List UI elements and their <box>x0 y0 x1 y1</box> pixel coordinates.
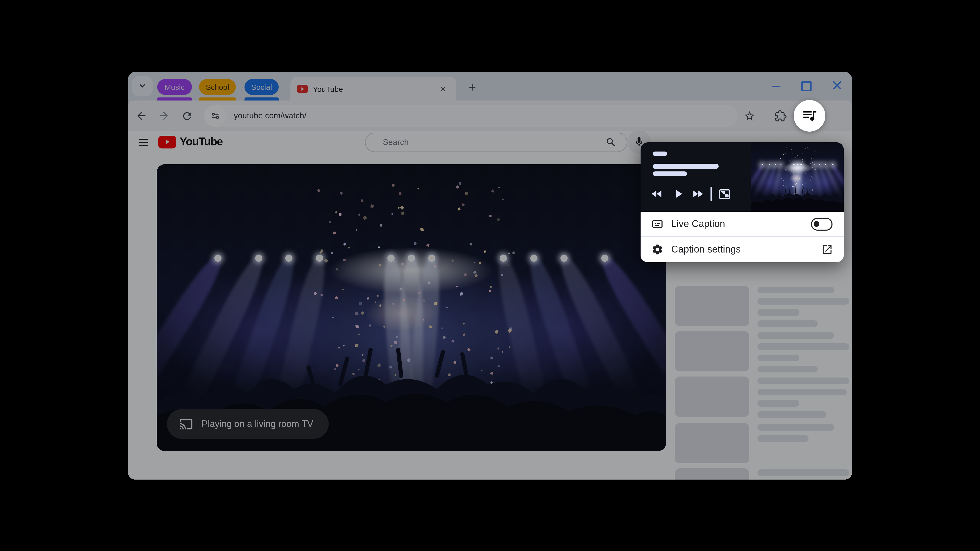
confetti <box>803 159 803 160</box>
confetti <box>811 168 811 168</box>
confetti <box>806 168 807 169</box>
confetti <box>797 156 798 156</box>
confetti <box>810 165 810 166</box>
confetti <box>812 178 813 179</box>
confetti <box>794 161 794 162</box>
rewind-icon <box>650 187 663 200</box>
fast-forward-icon <box>691 187 704 200</box>
live-caption-label: Live Caption <box>671 218 725 230</box>
confetti <box>807 148 808 148</box>
media-title-placeholder <box>653 164 719 169</box>
open-in-new-icon <box>820 243 834 256</box>
concert-thumbnail <box>751 142 844 212</box>
confetti <box>816 156 816 157</box>
confetti <box>781 178 782 178</box>
confetti <box>792 153 793 154</box>
browser-window: Music School Social YouTube <box>128 72 852 480</box>
confetti <box>812 162 813 163</box>
confetti <box>805 148 806 148</box>
confetti <box>811 158 811 159</box>
confetti <box>806 158 807 159</box>
confetti <box>805 147 805 147</box>
media-session-panel <box>641 142 844 212</box>
confetti <box>811 176 812 177</box>
caption-settings-row[interactable]: Caption settings <box>641 237 844 262</box>
live-caption-row[interactable]: Live Caption <box>641 212 844 237</box>
rewind-button[interactable] <box>649 186 665 202</box>
confetti <box>812 167 813 168</box>
confetti <box>786 169 786 170</box>
confetti <box>781 154 781 154</box>
confetti <box>796 159 797 159</box>
confetti <box>791 153 791 154</box>
confetti <box>802 162 803 162</box>
confetti <box>816 168 816 168</box>
picture-in-picture-button[interactable] <box>716 186 732 202</box>
confetti <box>788 156 789 156</box>
media-controls-icon <box>801 107 818 125</box>
confetti <box>797 155 798 156</box>
confetti <box>791 173 791 174</box>
confetti <box>791 149 792 150</box>
settings-gear-icon <box>651 243 664 256</box>
stage-lamp <box>769 164 770 165</box>
media-source-placeholder <box>653 151 667 156</box>
confetti <box>805 157 805 158</box>
play-button[interactable] <box>670 186 687 202</box>
confetti <box>810 159 811 159</box>
confetti <box>794 164 795 165</box>
confetti <box>798 163 798 163</box>
confetti <box>789 160 789 160</box>
confetti <box>793 162 794 162</box>
confetti <box>806 171 807 172</box>
screen: Music School Social YouTube <box>0 0 980 551</box>
album-art <box>751 142 844 212</box>
live-caption-toggle[interactable] <box>811 218 832 230</box>
live-caption-icon <box>651 218 664 230</box>
confetti <box>795 157 795 157</box>
confetti <box>790 152 790 153</box>
media-artist-placeholder <box>653 171 687 176</box>
confetti <box>787 158 788 159</box>
confetti <box>803 168 804 169</box>
confetti <box>805 173 806 174</box>
confetti <box>802 154 803 154</box>
confetti <box>785 153 786 153</box>
stage-lamp <box>832 164 833 165</box>
confetti <box>807 162 808 162</box>
confetti <box>803 152 803 153</box>
confetti <box>783 171 783 172</box>
caption-settings-label: Caption settings <box>671 244 741 255</box>
confetti <box>780 158 781 159</box>
media-controls-popup: Live Caption Caption settings <box>641 142 844 262</box>
confetti <box>803 149 804 149</box>
confetti <box>805 163 805 163</box>
play-icon <box>672 187 685 200</box>
confetti <box>791 170 791 171</box>
confetti <box>792 171 792 172</box>
fast-forward-button[interactable] <box>690 186 706 202</box>
confetti <box>788 178 788 178</box>
confetti <box>786 147 787 148</box>
crowd-silhouette <box>751 180 844 212</box>
picture-in-picture-icon <box>718 187 731 201</box>
confetti <box>783 154 784 155</box>
confetti <box>793 173 794 174</box>
confetti <box>792 175 792 176</box>
dimming-scrim <box>128 72 852 480</box>
confetti <box>785 170 786 171</box>
controls-divider <box>711 187 712 201</box>
media-controls-button[interactable] <box>794 100 825 132</box>
toggle-knob <box>814 221 819 227</box>
confetti <box>808 148 809 149</box>
confetti <box>810 163 810 164</box>
confetti <box>794 169 794 170</box>
